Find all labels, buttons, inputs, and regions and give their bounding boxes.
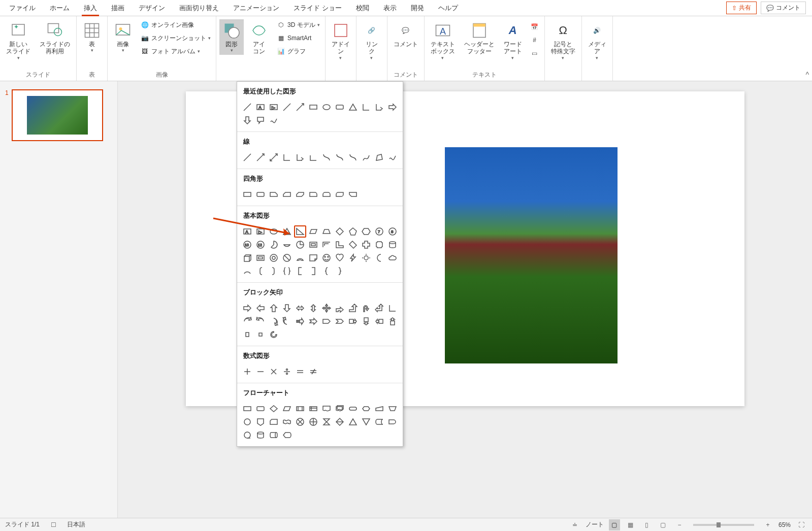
- shape-triangle[interactable]: [347, 101, 359, 113]
- shape-block-arc[interactable]: [294, 252, 306, 264]
- shape-elbow-double[interactable]: [307, 151, 319, 163]
- arrow-curved-l[interactable]: [254, 315, 267, 327]
- eq-minus[interactable]: [254, 366, 267, 378]
- shape-moon[interactable]: [373, 252, 385, 264]
- fc-seq-access[interactable]: [241, 429, 253, 441]
- tab-slideshow[interactable]: スライド ショー: [286, 1, 349, 16]
- fc-tape[interactable]: [281, 416, 293, 428]
- arrow-callout-r[interactable]: [347, 315, 359, 327]
- shape-pentagon[interactable]: [347, 225, 359, 238]
- shape-trapezoid[interactable]: [320, 225, 333, 238]
- shape-textbox-v[interactable]: ▷: [268, 101, 280, 113]
- shape-arrow-line[interactable]: [294, 101, 306, 113]
- arrow-leftup[interactable]: [373, 302, 385, 314]
- tab-home[interactable]: ホーム: [43, 1, 77, 16]
- shape-rect-snip1[interactable]: [268, 188, 280, 201]
- fc-decision[interactable]: [268, 403, 280, 415]
- picture-button[interactable]: 画像▾: [111, 19, 135, 55]
- shape-elbow[interactable]: [281, 151, 293, 163]
- fc-delay[interactable]: [386, 416, 399, 428]
- shape-line-simple[interactable]: [241, 151, 253, 163]
- arrow-callout-l[interactable]: [373, 315, 385, 327]
- shape-plus[interactable]: [360, 239, 372, 251]
- arrow-leftright[interactable]: [294, 302, 306, 314]
- shape-folded-corner[interactable]: [307, 252, 319, 264]
- accessibility-icon[interactable]: ☐: [48, 519, 59, 530]
- header-footer-button[interactable]: ヘッダーと フッター: [461, 19, 498, 57]
- fc-terminator[interactable]: [347, 403, 359, 415]
- arrow-striped[interactable]: [294, 315, 306, 327]
- online-pictures-button[interactable]: 🌐オンライン画像: [138, 19, 213, 30]
- fc-stored-data[interactable]: [373, 416, 385, 428]
- ribbon-collapse-button[interactable]: ^: [805, 71, 809, 79]
- fc-merge[interactable]: [360, 416, 372, 428]
- fc-internal-storage[interactable]: [307, 403, 319, 415]
- arrow-uturn[interactable]: [360, 302, 372, 314]
- shape-textbox-h[interactable]: A: [254, 101, 267, 113]
- screenshot-button[interactable]: 📷スクリーンショット ▾: [138, 32, 213, 44]
- zoom-in-button[interactable]: +: [762, 519, 773, 530]
- shape-textbox-v2[interactable]: ▷: [254, 225, 267, 238]
- arrow-callout-d[interactable]: [360, 315, 372, 327]
- fc-alt-process[interactable]: [254, 403, 267, 415]
- shape-brace-pair[interactable]: [281, 265, 293, 277]
- eq-not-equal[interactable]: [307, 366, 319, 378]
- notes-button[interactable]: ≐: [569, 519, 580, 530]
- shape-octagon[interactable]: 8: [386, 225, 399, 238]
- fc-summing[interactable]: [294, 416, 306, 428]
- shape-brace-r[interactable]: [334, 265, 346, 277]
- shape-ellipse[interactable]: [268, 225, 280, 238]
- fit-to-window-button[interactable]: ⛶: [796, 519, 807, 530]
- shape-textbox-h2[interactable]: A: [241, 225, 253, 238]
- fc-or[interactable]: [307, 416, 319, 428]
- eq-divide[interactable]: [281, 366, 293, 378]
- table-button[interactable]: 表▾: [80, 19, 104, 55]
- fc-preparation[interactable]: [360, 403, 372, 415]
- 3d-model-button[interactable]: ⬡3D モデル ▾: [274, 19, 322, 30]
- shape-bracket-sq-r[interactable]: [307, 265, 319, 277]
- tab-draw[interactable]: 描画: [104, 1, 132, 16]
- shape-bracket-l[interactable]: [254, 265, 267, 277]
- shape-rect-round[interactable]: [254, 188, 267, 201]
- shape-frame[interactable]: [307, 239, 319, 251]
- shape-diag-stripe[interactable]: [347, 239, 359, 251]
- fc-sort[interactable]: [334, 416, 346, 428]
- shape-line2[interactable]: [281, 101, 293, 113]
- shape-donut[interactable]: [268, 252, 280, 264]
- shape-scribble[interactable]: [268, 114, 280, 126]
- arrow-curved-u[interactable]: [268, 315, 280, 327]
- arrow-quad[interactable]: [320, 302, 333, 314]
- reuse-slide-button[interactable]: スライドの 再利用: [37, 19, 73, 57]
- slide-image-apples[interactable]: [445, 147, 618, 363]
- symbols-button[interactable]: Ω 記号と 特殊文字▾: [548, 19, 578, 62]
- shape-rect[interactable]: [307, 101, 319, 113]
- photo-album-button[interactable]: 🖼フォト アルバム ▾: [138, 46, 213, 57]
- shape-rect-round1[interactable]: [307, 188, 319, 201]
- shape-bevel[interactable]: [254, 252, 267, 264]
- slide-number-button[interactable]: #: [528, 35, 541, 46]
- shapes-button[interactable]: 図形▾: [219, 19, 244, 55]
- shape-teardrop[interactable]: [294, 239, 306, 251]
- shape-heart[interactable]: [334, 252, 346, 264]
- shape-diamond[interactable]: [334, 225, 346, 238]
- tab-view[interactable]: 表示: [376, 1, 404, 16]
- shape-line-arrow[interactable]: [254, 151, 267, 163]
- shape-cube[interactable]: [241, 252, 253, 264]
- shape-bracket-r[interactable]: [268, 265, 280, 277]
- shape-bracket-sq-l[interactable]: [294, 265, 306, 277]
- tab-developer[interactable]: 開発: [404, 1, 431, 16]
- fc-manual-input[interactable]: [373, 403, 385, 415]
- new-slide-button[interactable]: ✦ 新しい スライド▾: [3, 19, 34, 62]
- fc-connector[interactable]: [241, 416, 253, 428]
- slideshow-view-button[interactable]: ▢: [658, 519, 669, 530]
- shape-arc[interactable]: [241, 265, 253, 277]
- arrow-bent-up[interactable]: [347, 302, 359, 314]
- shape-half-frame[interactable]: [320, 239, 333, 251]
- language-indicator[interactable]: 日本語: [67, 520, 85, 529]
- slide-thumbnail-1[interactable]: [12, 89, 103, 141]
- addins-button[interactable]: アドイ ン▾: [329, 19, 353, 62]
- shape-iso-triangle[interactable]: [281, 225, 293, 238]
- tab-animation[interactable]: アニメーション: [226, 1, 286, 16]
- shape-rect-round2[interactable]: [320, 188, 333, 201]
- shape-curve-conn[interactable]: [320, 151, 333, 163]
